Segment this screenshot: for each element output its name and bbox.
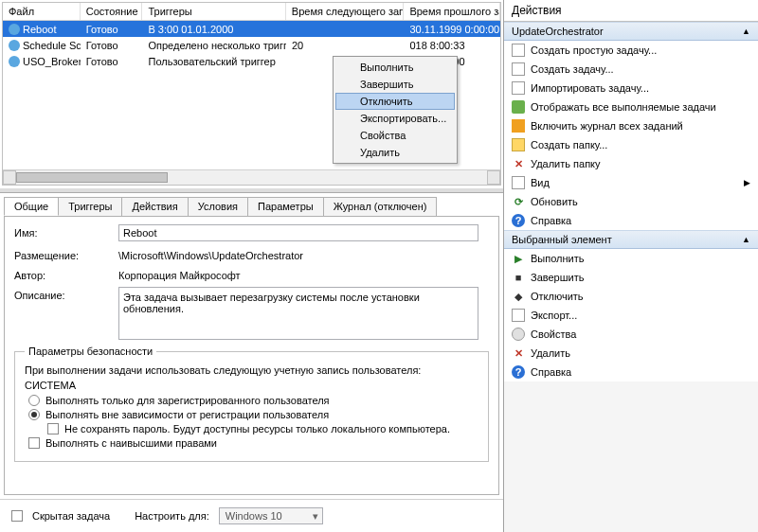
task-icon: [512, 62, 525, 76]
action-label: Справка: [531, 366, 571, 378]
tab-условия[interactable]: Условия: [188, 197, 248, 216]
col-next-run[interactable]: Время следующего запуска: [286, 3, 405, 20]
col-last-run[interactable]: Время прошлого запу: [404, 3, 500, 20]
action-item[interactable]: Создать простую задачу...: [504, 41, 758, 60]
tab-параметры[interactable]: Параметры: [247, 197, 324, 216]
tab-общие[interactable]: Общие: [4, 197, 59, 216]
security-options-group: Параметры безопасности При выполнении за…: [14, 346, 489, 462]
action-item[interactable]: ⟳Обновить: [504, 192, 758, 211]
task-icon: [9, 24, 20, 35]
action-label: Завершить: [531, 272, 584, 283]
opt-logged-on-only[interactable]: Выполнять только для зарегистрированного…: [28, 395, 478, 406]
account-value: СИСТЕМА: [25, 380, 478, 391]
security-options-title: Параметры безопасности: [25, 346, 156, 357]
context-menu-item[interactable]: Свойства: [335, 127, 455, 144]
context-menu-item[interactable]: Завершить: [335, 76, 455, 93]
chevron-right-icon: ▶: [744, 178, 750, 187]
context-menu-item[interactable]: Экспортировать...: [335, 110, 455, 127]
actions-list-folder: Создать простую задачу...Создать задачу.…: [504, 41, 758, 230]
opt-no-store-password[interactable]: Не сохранять пароль. Будут доступны ресу…: [47, 423, 478, 434]
actions-section-folder[interactable]: UpdateOrchestrator ▲: [504, 22, 758, 41]
opt-highest-label: Выполнять с наивысшими правами: [45, 437, 217, 449]
col-triggers[interactable]: Триггеры: [142, 3, 285, 20]
help-icon: ?: [512, 214, 525, 227]
task-state: Готово: [81, 55, 143, 68]
context-menu-item[interactable]: Отключить: [335, 93, 455, 110]
task-list-header: Файл Состояние Триггеры Время следующего…: [3, 3, 500, 21]
context-menu-item[interactable]: Выполнить: [335, 59, 455, 76]
task-trigger: Определено несколько триггеров: [142, 39, 285, 52]
actions-section-selected[interactable]: Выбранный элемент ▲: [504, 230, 758, 249]
action-label: Импортировать задачу...: [531, 82, 649, 94]
radio-icon: [28, 395, 40, 406]
action-item[interactable]: Экспорт...: [504, 306, 758, 325]
action-item[interactable]: ?Справка: [504, 211, 758, 230]
action-item[interactable]: Отображать все выполняемые задачи: [504, 98, 758, 116]
view-icon: [512, 176, 525, 189]
action-label: Отключить: [531, 291, 584, 302]
left-pane: Файл Состояние Триггеры Время следующего…: [0, 0, 504, 532]
task-name: Reboot: [23, 24, 56, 35]
table-row[interactable]: Schedule ScanГотовоОпределено несколько …: [3, 37, 500, 53]
name-field[interactable]: Reboot: [118, 224, 478, 241]
task-state: Готово: [81, 39, 143, 52]
new-icon: [512, 44, 525, 57]
description-field[interactable]: Эта задача вызывает перезагрузку системы…: [118, 287, 478, 340]
tab-действия[interactable]: Действия: [121, 197, 188, 216]
task-icon: [9, 40, 20, 51]
run-icon: [512, 100, 525, 114]
action-item[interactable]: Включить журнал всех заданий: [504, 116, 758, 135]
tab-general-panel: Имя: Reboot Размещение: \Microsoft\Windo…: [4, 216, 499, 495]
hidden-checkbox[interactable]: [11, 510, 23, 522]
configure-for-select[interactable]: Windows 10: [219, 507, 323, 524]
table-row[interactable]: RebootГотовоВ 3:00 01.01.200030.11.1999 …: [3, 21, 500, 37]
scroll-thumb[interactable]: [16, 172, 168, 183]
actions-list-selected: ▶Выполнить■Завершить◆ОтключитьЭкспорт...…: [504, 249, 758, 381]
action-label: Выполнить: [531, 253, 584, 264]
location-value: \Microsoft\Windows\UpdateOrchestrator: [118, 247, 303, 261]
folder-icon: [512, 138, 525, 151]
action-item[interactable]: ■Завершить: [504, 268, 758, 287]
action-item[interactable]: ?Справка: [504, 363, 758, 381]
author-value: Корпорация Майкрософт: [118, 267, 241, 281]
action-item[interactable]: Импортировать задачу...: [504, 79, 758, 98]
opt-any-user[interactable]: Выполнять вне зависимости от регистрации…: [28, 409, 478, 420]
action-item[interactable]: ✕Удалить: [504, 344, 758, 363]
action-item[interactable]: ▶Выполнить: [504, 249, 758, 268]
task-state: Готово: [81, 23, 143, 36]
action-item[interactable]: Создать папку...: [504, 135, 758, 154]
checkbox-icon: [28, 437, 40, 449]
scroll-left-arrow[interactable]: [3, 170, 16, 185]
opt-no-store-label: Не сохранять пароль. Будут доступны ресу…: [64, 423, 450, 434]
action-label: Справка: [531, 215, 571, 226]
horizontal-scrollbar[interactable]: [3, 169, 500, 185]
opt-highest-priv[interactable]: Выполнять с наивысшими правами: [28, 437, 478, 449]
bottom-row: Скрытая задача Настроить для: Windows 10: [0, 499, 503, 532]
scroll-right-arrow[interactable]: [487, 170, 500, 185]
run-as-label: При выполнении задачи использовать следу…: [25, 364, 478, 376]
action-item[interactable]: ✕Удалить папку: [504, 154, 758, 173]
action-item[interactable]: Вид▶: [504, 173, 758, 192]
action-label: Отображать все выполняемые задачи: [531, 101, 716, 113]
actions-section-folder-label: UpdateOrchestrator: [512, 26, 604, 37]
author-label: Автор:: [14, 267, 118, 281]
context-menu-item[interactable]: Удалить: [335, 144, 455, 161]
action-item[interactable]: Создать задачу...: [504, 60, 758, 79]
action-label: Вид: [531, 177, 550, 188]
action-label: Создать задачу...: [531, 63, 614, 75]
action-label: Включить журнал всех заданий: [531, 120, 683, 132]
action-item[interactable]: ◆Отключить: [504, 287, 758, 306]
play-icon: ▶: [512, 252, 525, 265]
checkbox-icon: [47, 423, 59, 434]
description-label: Описание:: [14, 287, 118, 301]
task-trigger: Пользовательский триггер: [142, 55, 285, 68]
col-file[interactable]: Файл: [3, 3, 81, 20]
tab-триггеры[interactable]: Триггеры: [58, 197, 122, 216]
action-item[interactable]: Свойства: [504, 325, 758, 344]
col-state[interactable]: Состояние: [81, 3, 143, 20]
refresh-icon: ⟳: [512, 195, 525, 208]
hidden-label: Скрытая задача: [32, 510, 110, 522]
help-icon: ?: [512, 365, 525, 379]
name-label: Имя:: [14, 224, 118, 239]
tab-журнал-отключен-[interactable]: Журнал (отключен): [323, 197, 438, 216]
